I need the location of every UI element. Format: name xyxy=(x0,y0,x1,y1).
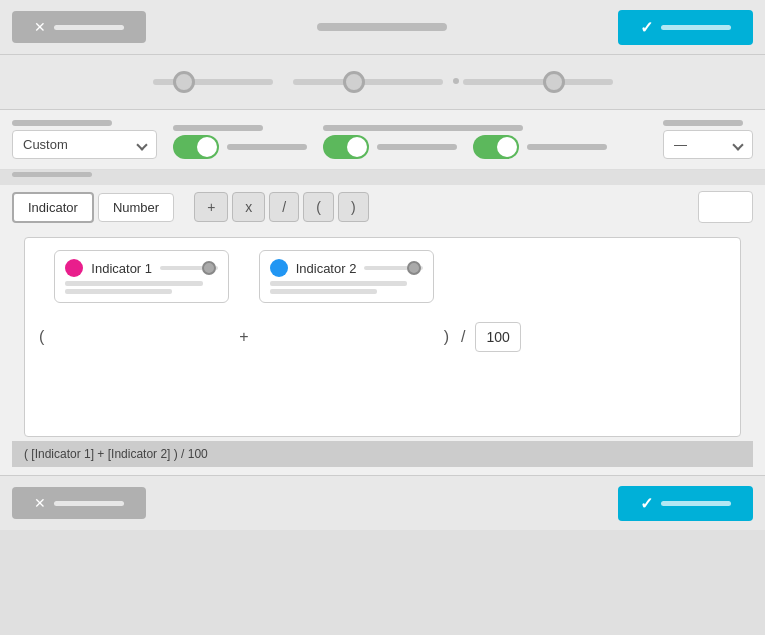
indicator-2-thumb xyxy=(407,261,421,275)
toggle-group-1 xyxy=(173,125,307,159)
toggle-2-knob xyxy=(347,137,367,157)
indicator-tab-button[interactable]: Indicator xyxy=(12,192,94,223)
formula-canvas[interactable]: ( Indicator 1 + Indicat xyxy=(24,237,741,437)
formula-expression-bar: ( [Indicator 1] + [Indicator 2] ) / 100 xyxy=(12,441,753,467)
indicator-1-card[interactable]: Indicator 1 xyxy=(54,250,229,303)
toggle-3[interactable] xyxy=(473,135,519,159)
indicator-1-sub xyxy=(65,281,218,294)
controls-row: Custom xyxy=(0,110,765,170)
formula-expression-text: ( [Indicator 1] + [Indicator 2] ) / 100 xyxy=(24,447,208,461)
toggle-double-row xyxy=(323,135,607,159)
toggle-2[interactable] xyxy=(323,135,369,159)
indicator-2-sub xyxy=(270,281,423,294)
bottom-confirm-btn-line xyxy=(661,501,731,506)
toggle-group-23 xyxy=(323,125,607,159)
bottom-cancel-x-icon xyxy=(34,495,46,511)
cancel-btn-line xyxy=(54,25,124,30)
close-paren-token[interactable]: ) xyxy=(442,324,451,350)
formula-value-input[interactable] xyxy=(698,191,753,223)
indicator-2-header: Indicator 2 xyxy=(270,259,423,277)
indicator-2-line-2 xyxy=(270,289,377,294)
confirm-btn-line xyxy=(661,25,731,30)
slider-track-2[interactable] xyxy=(293,79,443,85)
indicator-2-name: Indicator 2 xyxy=(296,261,357,276)
indicator-2-line-1 xyxy=(270,281,408,286)
indicator-1-header: Indicator 1 xyxy=(65,259,218,277)
slider-thumb-1[interactable] xyxy=(173,71,195,93)
formula-toolbar: Indicator Number + x / ( ) xyxy=(0,185,765,229)
toggle-2-text xyxy=(377,144,457,150)
indicator-2-dot xyxy=(270,259,288,277)
section-separator xyxy=(12,172,92,177)
bottom-confirm-button[interactable] xyxy=(618,486,753,521)
toggle-3-knob xyxy=(497,137,517,157)
toggle-1-knob xyxy=(197,137,217,157)
slider-thumb-2b xyxy=(453,78,459,84)
top-confirm-button[interactable] xyxy=(618,10,753,45)
right-dropdown-value: — xyxy=(674,137,687,152)
bottom-cancel-button[interactable] xyxy=(12,487,146,519)
bottom-confirm-check-icon xyxy=(640,494,653,513)
close-paren-button[interactable]: ) xyxy=(338,192,369,222)
plus-token[interactable]: + xyxy=(237,324,250,350)
slider-section xyxy=(0,55,765,110)
top-cancel-button[interactable] xyxy=(12,11,146,43)
add-operator-button[interactable]: + xyxy=(194,192,228,222)
top-title xyxy=(317,23,447,31)
custom-dropdown[interactable]: Custom xyxy=(12,130,157,159)
slider-group-3 xyxy=(463,79,613,85)
indicator-1-dot xyxy=(65,259,83,277)
toggle-1[interactable] xyxy=(173,135,219,159)
toggle-23-label xyxy=(323,125,523,131)
right-dropdown-group: — xyxy=(663,120,753,159)
indicator-1-slider[interactable] xyxy=(160,266,218,270)
toggle-1-text xyxy=(227,144,307,150)
slider-group-2 xyxy=(293,79,443,85)
bottom-cancel-btn-line xyxy=(54,501,124,506)
divide-operator-button[interactable]: / xyxy=(269,192,299,222)
number-100-token[interactable]: 100 xyxy=(475,322,520,352)
divide-token[interactable]: / xyxy=(459,324,467,350)
dropdown-group: Custom xyxy=(12,120,157,159)
slider-thumb-2[interactable] xyxy=(343,71,365,93)
indicator-1-line-2 xyxy=(65,289,172,294)
bottom-bar xyxy=(0,475,765,530)
indicator-1-line-1 xyxy=(65,281,203,286)
indicator-1-track xyxy=(160,266,218,270)
toggle-1-label xyxy=(173,125,263,131)
indicator-2-slider[interactable] xyxy=(364,266,422,270)
open-paren-button[interactable]: ( xyxy=(303,192,334,222)
multiply-operator-button[interactable]: x xyxy=(232,192,265,222)
toggle-3-row xyxy=(473,135,607,159)
open-paren-token[interactable]: ( xyxy=(37,324,46,350)
indicator-1-thumb xyxy=(202,261,216,275)
dropdown-chevron-icon xyxy=(136,139,147,150)
toggle-2-row xyxy=(323,135,457,159)
confirm-check-icon xyxy=(640,18,653,37)
dropdown-value: Custom xyxy=(23,137,68,152)
formula-area: ( Indicator 1 + Indicat xyxy=(0,229,765,475)
slider-group-1 xyxy=(153,79,273,85)
indicator-2-card[interactable]: Indicator 2 xyxy=(259,250,434,303)
slider-track-3[interactable] xyxy=(463,79,613,85)
right-dropdown-label xyxy=(663,120,743,126)
right-dropdown[interactable]: — xyxy=(663,130,753,159)
slider-track-1[interactable] xyxy=(153,79,273,85)
toggle-1-row xyxy=(173,135,307,159)
number-tab-button[interactable]: Number xyxy=(98,193,174,222)
slider-thumb-3[interactable] xyxy=(543,71,565,93)
indicator-2-track xyxy=(364,266,422,270)
right-dropdown-chevron-icon xyxy=(732,139,743,150)
dropdown-label xyxy=(12,120,112,126)
cancel-x-icon xyxy=(34,19,46,35)
top-bar xyxy=(0,0,765,55)
indicator-1-name: Indicator 1 xyxy=(91,261,152,276)
toggle-3-text xyxy=(527,144,607,150)
